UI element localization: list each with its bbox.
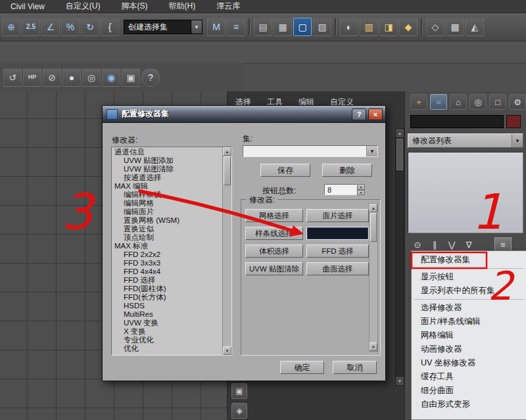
scroll-down-icon[interactable]: ▼: [396, 376, 404, 385]
pin-stack-icon[interactable]: ⊙: [409, 237, 426, 252]
menu-item-animation-modifiers[interactable]: 动画修改器: [412, 342, 526, 356]
menu-item[interactable]: Civil View: [0, 0, 55, 12]
modifier-slot-button[interactable]: 网格选择: [245, 209, 303, 222]
array-icon[interactable]: ▩: [446, 18, 464, 36]
cancel-button[interactable]: 取消: [333, 361, 377, 374]
chevron-down-icon[interactable]: ▼: [512, 134, 523, 147]
graphite-ribbon-icon[interactable]: ▦: [274, 18, 292, 36]
modifier-list-item[interactable]: 编辑面片: [112, 208, 222, 216]
selection-set-combo[interactable]: 创建选择集 ▼: [124, 20, 203, 34]
modifier-list-dropdown[interactable]: 修改器列表 ▼: [408, 133, 523, 148]
modifier-list-item[interactable]: MAX 编辑: [112, 182, 222, 191]
select-and-link-icon[interactable]: ⊕: [2, 18, 20, 36]
modifier-slot-button[interactable]: 曲面选择: [306, 262, 369, 275]
total-buttons-value[interactable]: 8: [324, 184, 357, 195]
spinner-snap-icon[interactable]: ↻: [81, 18, 99, 36]
hp-toggle-icon[interactable]: HP: [23, 68, 41, 87]
modifier-slot-button[interactable]: UVW 贴图清除: [245, 262, 303, 275]
menu-item-configure-modifier-sets[interactable]: 配置修改器集: [412, 253, 526, 267]
modifier-list-item[interactable]: MultiRes: [112, 310, 222, 319]
modifier-list-item[interactable]: 置换近似: [112, 225, 222, 233]
region-tool-icon[interactable]: ◈: [231, 403, 247, 419]
menu-item-patch-spline-editing[interactable]: 面片/样条线编辑: [412, 315, 526, 329]
ok-button[interactable]: 确定: [280, 361, 324, 374]
utilities-tab-icon[interactable]: ⚙: [509, 94, 526, 110]
schematic-view-icon[interactable]: ▧: [313, 18, 331, 36]
remove-modifier-icon[interactable]: ∇: [460, 237, 477, 252]
curve-editor-icon[interactable]: ▢: [293, 18, 312, 36]
menu-item-subdivision-surfaces[interactable]: 细分曲面: [412, 384, 526, 398]
make-unique-icon[interactable]: ⋁: [443, 237, 460, 252]
menu-item-cache-tools[interactable]: 缓存工具: [412, 370, 526, 384]
menu-item[interactable]: 自定义(U): [55, 0, 111, 12]
rendered-frame-window-icon[interactable]: ◨: [379, 18, 398, 36]
modifier-list-item[interactable]: FFD 3x3x3: [112, 259, 222, 268]
menu-item-mesh-editing[interactable]: 网格编辑: [412, 329, 526, 342]
modify-tab-icon[interactable]: ≈: [430, 94, 447, 110]
spin-up-icon[interactable]: ▲: [357, 184, 365, 190]
display-tab-icon[interactable]: □: [489, 94, 506, 110]
modifier-list-item[interactable]: 通道信息: [112, 148, 222, 156]
modifier-list-item[interactable]: 置换网格 (WSM): [112, 216, 222, 225]
scroll-down-icon[interactable]: ▼: [370, 342, 377, 351]
material-editor-icon[interactable]: ◐: [340, 18, 358, 36]
modifier-list-item[interactable]: FFD 选择: [112, 276, 222, 285]
mirror-icon[interactable]: M: [207, 18, 226, 36]
menu-item[interactable]: 帮助(H): [158, 0, 206, 12]
align-icon[interactable]: ≡: [227, 18, 245, 36]
snap-toggle-2-5-icon[interactable]: 2.5: [22, 18, 40, 36]
scroll-thumb[interactable]: [396, 139, 403, 170]
scrollbar-vertical[interactable]: ▲ ▼: [369, 203, 378, 352]
save-button[interactable]: 保存: [260, 164, 310, 177]
undo-scene-icon[interactable]: ↺: [3, 68, 22, 87]
scroll-down-icon[interactable]: ▼: [223, 346, 231, 355]
ring-icon[interactable]: ◎: [82, 68, 101, 87]
chevron-down-icon[interactable]: ▼: [366, 146, 377, 156]
modifier-slot-button[interactable]: 样条线选择: [245, 227, 303, 240]
modifier-slot-button[interactable]: 体积选择: [245, 245, 303, 258]
orbit-selected-icon[interactable]: ◉: [102, 68, 120, 87]
dialog-titlebar[interactable]: 配置修改器集 ? ×: [103, 106, 385, 123]
scroll-up-icon[interactable]: ▲: [396, 129, 404, 138]
scroll-thumb[interactable]: [224, 156, 231, 185]
modifier-list-item[interactable]: 优化: [112, 344, 222, 353]
menu-item-uv-coordinate-modifiers[interactable]: UV 坐标修改器: [412, 356, 526, 370]
show-end-result-icon[interactable]: ∥: [426, 237, 443, 252]
scrollbar-vertical[interactable]: ▲ ▼: [222, 147, 231, 355]
object-color-swatch[interactable]: [506, 115, 521, 128]
modifier-list-item[interactable]: 按通道选择: [112, 174, 222, 182]
viewport-tool-icon[interactable]: ▣: [231, 383, 247, 399]
scroll-up-icon[interactable]: ▲: [370, 204, 377, 212]
snapshot-icon[interactable]: ◇: [426, 18, 444, 36]
spin-down-icon[interactable]: ▼: [357, 190, 365, 196]
scroll-thumb[interactable]: [370, 213, 377, 242]
modifier-list-item[interactable]: UVW 贴图添加: [112, 156, 222, 165]
render-setup-icon[interactable]: ▥: [360, 18, 378, 36]
hierarchy-tab-icon[interactable]: ⌂: [450, 94, 467, 110]
geosphere-icon[interactable]: ●: [62, 68, 81, 87]
menu-item[interactable]: 潭云库: [206, 0, 251, 12]
modifier-slot-button[interactable]: FFD 选择: [306, 245, 369, 258]
modifier-list-item[interactable]: 编辑样条线: [112, 191, 222, 199]
edit-named-selection-sets-icon[interactable]: {: [101, 18, 119, 36]
modifier-list-item[interactable]: MAX 标准: [112, 242, 222, 250]
scrollbar-vertical[interactable]: ▲ ▼: [395, 128, 404, 386]
color-correction-icon[interactable]: ◭: [466, 18, 484, 36]
delete-button[interactable]: 删除: [322, 164, 372, 177]
modifier-list-item[interactable]: 顶点绘制: [112, 233, 222, 242]
modifier-list-item[interactable]: UVW 贴图清除: [112, 165, 222, 174]
render-production-icon[interactable]: ◆: [399, 18, 418, 36]
create-tab-icon[interactable]: +: [410, 94, 427, 110]
modifier-slot-button[interactable]: 面片选择: [306, 209, 369, 222]
scroll-up-icon[interactable]: ▲: [223, 147, 231, 156]
modifier-list-item[interactable]: UVW 变换: [112, 319, 222, 327]
menu-item-show-buttons[interactable]: 显示按钮: [412, 270, 526, 284]
modifier-list-item[interactable]: HSDS: [112, 302, 222, 310]
modifier-list-item[interactable]: 专业优化: [112, 336, 222, 344]
prohibit-icon[interactable]: ⊘: [43, 68, 61, 87]
modifier-list-item[interactable]: X 变换: [112, 327, 222, 336]
menu-item-show-all-sets-in-list[interactable]: 显示列表中的所有集: [412, 284, 526, 298]
help-button[interactable]: ?: [352, 108, 366, 120]
modifier-list-item[interactable]: FFD 4x4x4: [112, 268, 222, 276]
angle-snap-icon[interactable]: ∠: [41, 18, 60, 36]
